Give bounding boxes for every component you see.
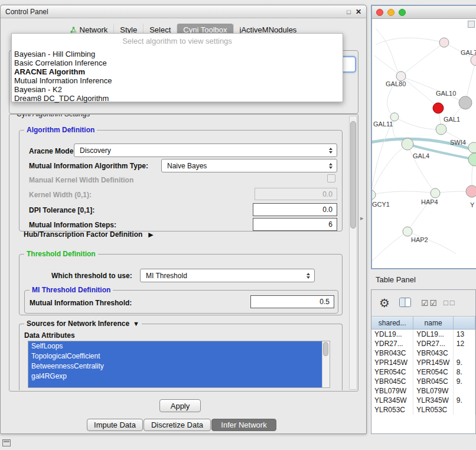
columns-icon[interactable] [399,298,411,309]
settings-scrollbar[interactable] [349,116,357,390]
control-panel-titlebar[interactable]: Control Panel □ ✕ [1,5,366,18]
bottom-tab-impute-data[interactable]: Impute Data [87,419,143,431]
network-node-gcy1[interactable] [372,190,376,200]
kernel-width-field[interactable]: 0.0 [255,188,337,200]
network-canvas[interactable]: GAL7GAL80GAL10GAL11GAL1SWI4GAL4HAP4YGCY1… [372,19,476,268]
column-header-shared[interactable]: shared... [371,317,413,329]
mi-steps-field[interactable]: 6 [253,218,337,231]
dpi-tolerance-field[interactable]: 0.0 [253,203,337,216]
attribute-item-betweennesscentrality[interactable]: BetweennessCentrality [28,361,322,371]
table-row[interactable]: YPR145WYPR145W9. [371,358,475,367]
close-traffic-light-icon[interactable] [376,9,383,16]
panel-dock-icon[interactable] [2,439,11,446]
attribute-item-gal4rgexp[interactable]: gal4RGexp [28,371,322,381]
table-row[interactable]: YER054CYER054C8. [371,367,475,377]
hub-transcription-factor-section[interactable]: Hub/Transcription Factor Definition ▶ [24,230,154,239]
table-row[interactable]: YLR053CYLR053C [371,405,475,415]
mi-threshold-field[interactable]: 0.5 [250,295,334,308]
network-node-gal1[interactable] [436,124,446,135]
table-row[interactable]: YLR345WYLR345W9. [371,396,475,405]
algorithm-option-dream8-dc-tdc-algorithm[interactable]: Dream8 DC_TDC Algorithm [12,94,343,103]
table-cell: YLR345W [413,396,454,405]
table-row[interactable]: YBR045CYBR045C9. [371,377,475,386]
table-cell: YBR045C [413,377,454,386]
network-node-gal7[interactable] [471,55,476,66]
table-cell: YPR145W [413,358,454,367]
table-row[interactable]: YBL079WYBL079W [371,386,475,396]
table-cell: YBL079W [413,386,454,396]
data-attributes-label: Data Attributes [24,331,75,340]
table-toolbar: ⚙ ☑☑ □□ [371,290,475,317]
algorithm-option-aracne-algorithm[interactable]: ARACNE Algorithm [12,67,343,76]
aracne-mode-select[interactable]: Discovery [74,144,337,157]
attribute-item-partial[interactable] [28,381,322,388]
which-threshold-label: Which threshold to use: [51,272,132,280]
network-node-swi4[interactable] [468,142,476,153]
table-cell: YDL19... [413,330,454,339]
data-attributes-list[interactable]: SelfLoopsTopologicalCoefficientBetweenne… [28,341,330,388]
apply-button[interactable]: Apply [159,399,201,412]
manual-kernel-width-checkbox[interactable] [327,174,335,182]
mi-algorithm-type-value: Naive Bayes [167,162,207,170]
network-node[interactable] [433,103,444,113]
attribute-item-topologicalcoefficient[interactable]: TopologicalCoefficient [28,351,322,361]
table-cell: 12 [454,339,475,348]
minimize-traffic-light-icon[interactable] [387,9,395,16]
algorithm-option-mutual-information-inference[interactable]: Mutual Information Inference [12,76,343,85]
network-node-hap2[interactable] [403,227,412,236]
gear-icon[interactable]: ⚙ [379,295,390,311]
node-label: Y [470,201,475,208]
table-cell: YLR053C [371,405,413,415]
table-cell: YBR043C [371,348,413,358]
table-cell: YER054C [371,367,413,377]
zoom-traffic-light-icon[interactable] [399,9,406,16]
network-node-gal80[interactable] [396,71,406,81]
bottom-tab-discretize-data[interactable]: Discretize Data [144,419,211,431]
table-cell: YBL079W [371,386,413,396]
list-scrollbar[interactable] [322,341,330,387]
window-title: Control Panel [5,8,48,16]
list-scrollbar-thumb[interactable] [323,342,328,356]
network-node[interactable] [439,38,449,47]
table-cell: YLR345W [371,396,413,405]
settings-scrollbar-thumb[interactable] [350,121,356,229]
sources-title-row[interactable]: Sources for Network Inference ▼ [24,319,142,328]
network-node-gal10[interactable] [459,96,472,109]
network-node-gal11[interactable] [390,113,399,121]
algorithm-option-basic-correlation-inference[interactable]: Basic Correlation Inference [12,58,343,67]
table-cell: 9. [454,377,475,386]
mi-threshold-definition-group: MI Threshold Definition Mutual Informati… [24,290,338,314]
table-cell: YLR053C [413,405,454,415]
table-panel-window: ⚙ ☑☑ □□ shared...name YDL19...YDL19...13… [371,289,476,434]
collapse-down-icon[interactable]: ▼ [133,319,139,328]
bottom-tab-infer-network[interactable]: Infer Network [211,419,276,431]
expand-right-icon[interactable]: ▶ [148,231,153,239]
network-graph[interactable]: GAL7GAL80GAL10GAL11GAL1SWI4GAL4HAP4YGCY1… [372,19,476,268]
close-window-icon[interactable]: ✕ [356,8,361,16]
table-row[interactable]: YDL19...YDL19...13 [371,330,475,339]
birdseye-toggle-icon[interactable] [468,21,475,28]
mi-algorithm-type-select[interactable]: Naive Bayes [161,159,337,172]
algorithm-option-bayesian-k2[interactable]: Bayesian - K2 [12,85,343,94]
network-node-hap4[interactable] [431,188,440,198]
float-window-icon[interactable]: □ [347,8,351,15]
splitter-collapse-icon[interactable]: ▸ [360,214,364,222]
deselect-all-icon[interactable]: □□ [444,298,457,307]
dpi-tolerance-label: DPI Tolerance [0,1]: [29,206,94,214]
mi-threshold-label: Mutual Information Threshold: [30,299,132,307]
network-window-titlebar[interactable] [372,6,476,19]
table-row[interactable]: YBR043CYBR043C [371,348,475,358]
select-all-icon[interactable]: ☑☑ [421,298,438,308]
combo-arrows-icon [307,273,310,279]
attribute-item-selfloops[interactable]: SelfLoops [28,341,322,351]
network-node-gal4[interactable] [402,138,413,150]
column-header-2[interactable] [454,317,475,329]
node-label: HAP4 [421,198,438,206]
column-header-name[interactable]: name [413,317,454,329]
network-node-y[interactable] [466,185,476,197]
algorithm-definition-group: Algorithm Definition Aracne Mode: Discov… [19,130,343,231]
which-threshold-select[interactable]: MI Threshold [140,269,315,282]
algorithm-option-bayesian-hill-climbing[interactable]: Bayesian - Hill Climbing [12,50,343,58]
network-node[interactable] [468,153,476,166]
table-row[interactable]: YDR27...YDR27...12 [371,339,475,348]
